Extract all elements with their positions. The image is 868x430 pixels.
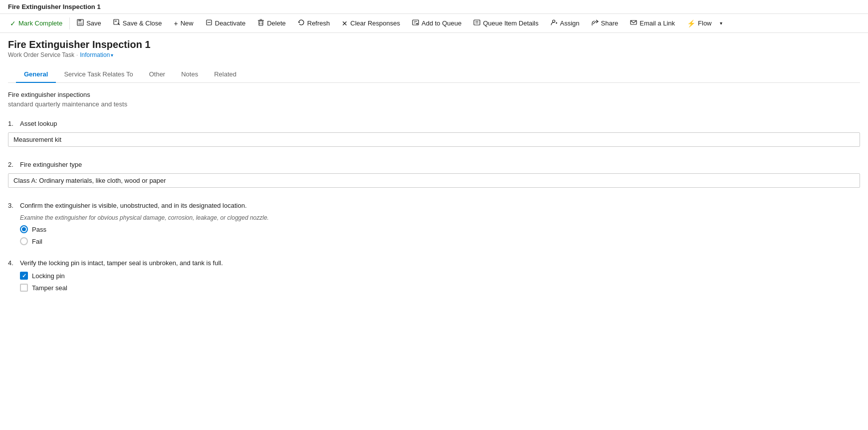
deactivate-button[interactable]: Deactivate	[200, 16, 251, 30]
plus-icon: +	[174, 19, 178, 27]
clear-responses-button[interactable]: ✕ Clear Responses	[336, 16, 406, 30]
main-content: Fire extinguisher inspections standard q…	[0, 83, 868, 322]
refresh-icon	[298, 19, 305, 27]
question-4-checkbox-group: Locking pin Tamper seal	[20, 272, 860, 292]
tab-service-task-relates-to[interactable]: Service Task Relates To	[56, 66, 141, 83]
save-close-icon	[113, 19, 120, 27]
delete-icon	[257, 19, 264, 27]
mark-complete-button[interactable]: ✓ Mark Complete	[4, 16, 68, 30]
flow-button[interactable]: ⚡ Flow	[681, 16, 717, 30]
svg-rect-12	[413, 20, 419, 25]
email-icon	[630, 19, 637, 27]
svg-rect-2	[78, 22, 82, 25]
section-sub-description: standard quarterly maintenance and tests	[8, 100, 860, 108]
email-link-button[interactable]: Email a Link	[624, 16, 681, 30]
radio-pass-label: Pass	[32, 226, 46, 233]
question-4-text: Verify the locking pin is intact, tamper…	[20, 259, 223, 267]
radio-fail[interactable]: Fail	[20, 237, 860, 245]
page-title: Fire Extinguisher Inspection 1	[8, 39, 860, 50]
question-1-label: 1. Asset lookup	[8, 120, 860, 127]
queue-details-icon	[473, 19, 480, 27]
question-1-block: 1. Asset lookup	[8, 120, 860, 147]
save-close-button[interactable]: Save & Close	[107, 16, 168, 30]
deactivate-icon	[206, 19, 213, 27]
checkbox-locking-pin-box	[20, 272, 28, 280]
refresh-button[interactable]: Refresh	[292, 16, 336, 30]
queue-item-details-button[interactable]: Queue Item Details	[467, 16, 544, 30]
question-3-label: 3. Confirm the extinguisher is visible, …	[8, 202, 860, 209]
breadcrumb-work-order: Work Order Service Task	[8, 51, 74, 58]
checkbox-tamper-seal[interactable]: Tamper seal	[20, 284, 860, 292]
title-bar: Fire Extinguisher Inspection 1	[0, 0, 868, 14]
save-button[interactable]: Save	[71, 16, 107, 30]
queue-add-icon	[412, 19, 419, 27]
svg-rect-4	[115, 20, 117, 22]
window-title: Fire Extinguisher Inspection 1	[8, 3, 101, 10]
checkbox-tamper-seal-box	[20, 284, 28, 292]
tab-general[interactable]: General	[16, 66, 56, 83]
radio-pass-circle	[20, 225, 28, 233]
radio-pass[interactable]: Pass	[20, 225, 860, 233]
new-button[interactable]: + New	[168, 16, 200, 30]
checkbox-locking-pin-label: Locking pin	[32, 272, 65, 280]
question-3-text: Confirm the extinguisher is visible, uno…	[20, 202, 247, 209]
checkbox-locking-pin[interactable]: Locking pin	[20, 272, 860, 280]
question-1-text: Asset lookup	[20, 120, 57, 127]
svg-rect-7	[259, 21, 263, 25]
tab-related[interactable]: Related	[206, 66, 244, 83]
svg-point-20	[552, 20, 555, 22]
tab-notes[interactable]: Notes	[173, 66, 206, 83]
section-description: Fire extinguisher inspections	[8, 91, 860, 98]
question-2-input[interactable]	[8, 173, 860, 188]
tab-other[interactable]: Other	[141, 66, 174, 83]
toolbar-divider	[69, 17, 70, 29]
information-link[interactable]: Information ▾	[80, 51, 113, 58]
svg-rect-1	[78, 19, 81, 21]
question-4-block: 4. Verify the locking pin is intact, tam…	[8, 259, 860, 292]
tabs-container: General Service Task Relates To Other No…	[8, 62, 860, 83]
clear-icon: ✕	[342, 19, 348, 27]
page-subtitle: Work Order Service Task · Information ▾	[8, 51, 860, 58]
share-button[interactable]: Share	[586, 16, 625, 30]
assign-button[interactable]: Assign	[545, 16, 586, 30]
question-2-block: 2. Fire extinguisher type	[8, 161, 860, 188]
question-1-input[interactable]	[8, 132, 860, 147]
page-header: Fire Extinguisher Inspection 1 Work Orde…	[0, 33, 868, 83]
add-to-queue-button[interactable]: Add to Queue	[406, 16, 467, 30]
question-3-block: 3. Confirm the extinguisher is visible, …	[8, 202, 860, 245]
question-3-number: 3.	[8, 202, 18, 209]
chevron-down-icon: ▾	[111, 52, 113, 58]
share-icon	[592, 19, 599, 27]
question-4-label: 4. Verify the locking pin is intact, tam…	[8, 259, 860, 267]
question-2-text: Fire extinguisher type	[20, 161, 82, 168]
svg-rect-17	[474, 20, 480, 25]
flow-icon: ⚡	[687, 19, 695, 27]
checkmark-icon: ✓	[10, 19, 16, 27]
question-2-number: 2.	[8, 161, 18, 168]
breadcrumb-separator: ·	[76, 51, 78, 58]
checkbox-tamper-seal-label: Tamper seal	[32, 284, 67, 292]
delete-button[interactable]: Delete	[251, 16, 292, 30]
question-3-radio-group: Pass Fail	[20, 225, 860, 245]
radio-fail-circle	[20, 237, 28, 245]
radio-fail-label: Fail	[32, 238, 42, 245]
question-1-number: 1.	[8, 120, 18, 127]
save-icon	[77, 19, 84, 27]
question-4-number: 4.	[8, 259, 18, 267]
toolbar: ✓ Mark Complete Save Save & Close + New	[0, 14, 868, 33]
question-3-hint: Examine the extinguisher for obvious phy…	[20, 214, 860, 221]
toolbar-overflow-button[interactable]: ▾	[718, 17, 724, 29]
question-2-label: 2. Fire extinguisher type	[8, 161, 860, 168]
assign-icon	[551, 19, 558, 27]
